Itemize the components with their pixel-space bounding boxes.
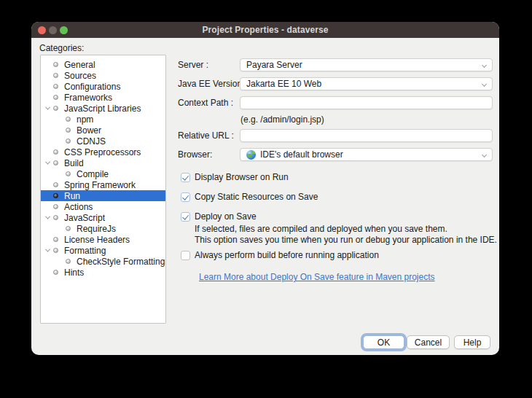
category-item-npm[interactable]: npm (41, 114, 165, 125)
browser-combobox-value: IDE's default browser (260, 149, 343, 160)
server-combobox[interactable]: Payara Server (240, 58, 493, 71)
chevron-down-icon[interactable] (44, 247, 50, 252)
chevron-down-icon[interactable] (44, 105, 50, 110)
node-bullet-icon (53, 160, 58, 165)
node-bullet-icon (53, 193, 58, 198)
context-path-example-text: (e.g. /admin/login.jsp) (240, 114, 324, 125)
node-bullet-icon (53, 270, 58, 275)
project-properties-dialog: Project Properties - dataverse Categorie… (31, 22, 499, 355)
category-item-label: npm (77, 114, 93, 125)
category-item-general[interactable]: General (41, 59, 165, 70)
deploy-on-save-checkbox-label: Deploy on Save (195, 211, 257, 222)
node-bullet-icon (53, 215, 58, 220)
java-ee-version-combobox-value: Jakarta EE 10 Web (246, 79, 321, 89)
categories-label: Categories: (39, 43, 84, 53)
relative-url-input[interactable] (240, 129, 493, 142)
category-item-hints[interactable]: Hints (41, 267, 165, 278)
category-item-spring-framework[interactable]: Spring Framework (41, 179, 165, 190)
category-item-javascript-libraries[interactable]: JavaScript Libraries (41, 103, 165, 114)
globe-icon (246, 150, 256, 160)
window-title: Project Properties - dataverse (202, 25, 328, 35)
category-item-label: JavaScript Libraries (64, 104, 141, 114)
context-path-label: Context Path : (178, 96, 233, 109)
category-item-label: Actions (64, 202, 93, 212)
traffic-lights (38, 26, 68, 34)
close-button[interactable] (38, 26, 46, 34)
category-item-compile[interactable]: Compile (41, 168, 165, 179)
category-item-label: Formatting (64, 246, 106, 256)
deploy-on-save-checkbox[interactable] (181, 212, 190, 222)
node-bullet-icon (66, 171, 71, 176)
category-item-label: Sources (64, 71, 96, 81)
category-item-label: Configurations (64, 82, 120, 92)
java-ee-version-label: Java EE Version : (178, 77, 247, 90)
category-item-css-preprocessors[interactable]: CSS Preprocessors (41, 147, 165, 157)
chevron-down-icon[interactable] (44, 160, 50, 165)
deploy-hint-line1: If selected, files are compiled and depl… (195, 224, 447, 235)
node-bullet-icon (66, 128, 71, 133)
chevron-down-icon (482, 152, 487, 157)
category-item-label: Frameworks (64, 93, 112, 103)
ok-button[interactable]: OK (363, 335, 404, 349)
browser-combobox[interactable]: IDE's default browser (240, 148, 493, 161)
category-item-run[interactable]: Run (41, 190, 165, 201)
category-item-javascript[interactable]: JavaScript (41, 212, 165, 223)
minimize-button[interactable] (49, 26, 57, 34)
zoom-button[interactable] (60, 26, 68, 34)
category-item-checkstyle-formatting[interactable]: CheckStyle Formatting (41, 256, 165, 267)
category-item-sources[interactable]: Sources (41, 70, 165, 81)
node-bullet-icon (66, 226, 71, 231)
category-item-label: Bower (77, 125, 101, 136)
learn-more-link[interactable]: Learn More about Deploy On Save feature … (199, 272, 435, 282)
node-bullet-icon (53, 95, 58, 100)
server-combobox-value: Payara Server (246, 60, 302, 70)
node-bullet-icon (53, 182, 58, 187)
node-bullet-icon (53, 237, 58, 242)
node-bullet-icon (53, 106, 58, 111)
category-item-label: Hints (64, 268, 84, 278)
category-item-label: General (64, 60, 95, 70)
always-build-checkbox[interactable] (181, 251, 190, 260)
category-item-label: License Headers (64, 235, 130, 245)
copy-static-resources-on-save-checkbox[interactable] (181, 192, 190, 202)
category-item-label: RequireJs (77, 224, 116, 234)
display-browser-on-run-checkbox-row[interactable]: Display Browser on Run (181, 172, 289, 182)
chevron-down-icon (482, 63, 487, 68)
chevron-down-icon[interactable] (44, 214, 50, 219)
context-path-input[interactable] (240, 96, 493, 109)
cancel-button[interactable]: Cancel (407, 335, 450, 349)
always-build-checkbox-row[interactable]: Always perform build before running appl… (181, 250, 379, 260)
category-item-build[interactable]: Build (41, 157, 165, 168)
node-bullet-icon (53, 149, 58, 155)
help-button[interactable]: Help (454, 335, 490, 349)
category-item-formatting[interactable]: Formatting (41, 245, 165, 256)
node-bullet-icon (66, 259, 71, 264)
copy-static-resources-on-save-checkbox-row[interactable]: Copy Static Resources on Save (181, 192, 318, 202)
category-item-bower[interactable]: Bower (41, 125, 165, 136)
relative-url-label: Relative URL : (178, 129, 234, 142)
node-bullet-icon (66, 138, 71, 144)
title-bar[interactable]: Project Properties - dataverse (31, 22, 499, 38)
category-item-license-headers[interactable]: License Headers (41, 234, 165, 245)
java-ee-version-combobox[interactable]: Jakarta EE 10 Web (240, 77, 493, 90)
category-item-cdnjs[interactable]: CDNJS (41, 136, 165, 147)
category-item-frameworks[interactable]: Frameworks (41, 92, 165, 103)
category-item-label: Compile (77, 169, 109, 179)
category-item-actions[interactable]: Actions (41, 201, 165, 212)
node-bullet-icon (53, 73, 58, 78)
copy-static-resources-on-save-checkbox-label: Copy Static Resources on Save (195, 192, 318, 202)
display-browser-on-run-checkbox[interactable] (181, 173, 190, 182)
node-bullet-icon (53, 204, 58, 209)
node-bullet-icon (53, 84, 58, 89)
category-item-requirejs[interactable]: RequireJs (41, 223, 165, 234)
category-item-label: CDNJS (77, 136, 106, 147)
node-bullet-icon (66, 117, 71, 122)
always-build-checkbox-label: Always perform build before running appl… (195, 250, 379, 260)
category-item-label: Spring Framework (64, 180, 136, 190)
deploy-hint-line2: This option saves you time when you run … (195, 235, 497, 246)
category-item-configurations[interactable]: Configurations (41, 81, 165, 92)
chevron-down-icon (482, 82, 487, 87)
categories-tree[interactable]: GeneralSourcesConfigurationsFrameworksJa… (40, 55, 166, 324)
deploy-on-save-checkbox-row[interactable]: Deploy on Save (181, 211, 257, 222)
browser-label: Browser: (178, 148, 212, 161)
